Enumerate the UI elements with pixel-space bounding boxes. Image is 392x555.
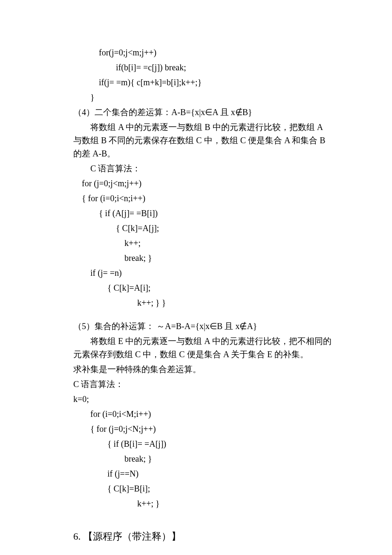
code-line: { C[k]=B[i];	[107, 482, 333, 495]
code-line: #include<stdio.h>	[73, 552, 333, 555]
code-line: k=0;	[73, 393, 333, 406]
code-line: { C[k]=A[j];	[116, 222, 333, 235]
paragraph: 将数组 A 中的元素逐一与数组 B 中的元素进行比较，把数组 A 与数组 B 不…	[73, 121, 333, 160]
paragraph: 将数组 E 中的元素逐一与数组 A 中的元素进行比较，把不相同的元素保存到数组 …	[73, 335, 333, 361]
code-line: if (j= =n)	[90, 266, 333, 280]
code-line: for (j=0;j<m;j++)	[82, 177, 333, 190]
code-line: k++; }	[137, 497, 333, 510]
code-line: break; }	[124, 452, 333, 465]
code-line: }	[90, 91, 333, 104]
paragraph: C 语言算法：	[73, 378, 333, 391]
code-line: k++;	[124, 237, 333, 250]
code-line: if (j==N)	[107, 467, 333, 480]
page-content: for(j=0;j<m;j++) if(b[i]= =c[j]) break; …	[0, 0, 392, 555]
code-line: for (i=0;i<M;i++)	[90, 408, 333, 421]
code-line: for(j=0;j<m;j++)	[99, 46, 333, 59]
paragraph: C 语言算法：	[90, 162, 333, 175]
code-line: k++; } }	[137, 296, 333, 309]
code-line: { C[k]=A[i];	[107, 281, 333, 295]
code-line: { for (i=0;i<n;i++)	[82, 192, 333, 205]
code-line: if(j= =m){ c[m+k]=b[i];k++;}	[99, 76, 333, 89]
section-heading: 6. 【源程序（带注释）】	[73, 529, 333, 544]
code-line: { if (A[j]= =B[i])	[99, 207, 333, 220]
code-line: if(b[i]= =c[j]) break;	[116, 61, 333, 74]
paragraph: （5）集合的补运算： ～A=B-A={x|x∈B 且 x∉A}	[73, 320, 333, 333]
code-line: { for (j=0;j<N;j++)	[90, 422, 333, 436]
code-line: { if (B[i]= =A[j])	[107, 437, 333, 451]
paragraph: 求补集是一种特殊的集合差运算。	[73, 363, 333, 376]
paragraph: （4）二个集合的差运算：A-B={x|x∈A 且 x∉B}	[73, 106, 333, 119]
code-line: break; }	[124, 251, 333, 265]
